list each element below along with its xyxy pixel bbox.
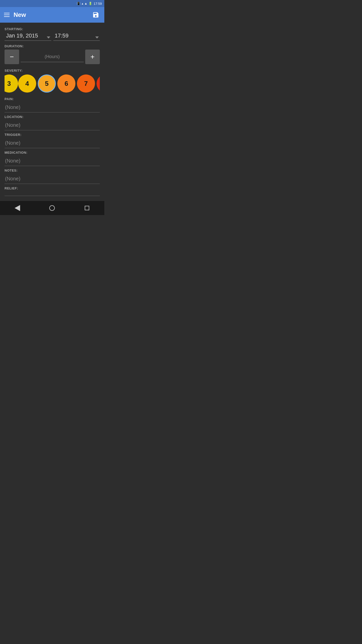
hamburger-line-3 xyxy=(4,16,10,17)
signal-icon: ▲ xyxy=(84,2,87,5)
duration-placeholder: (Hours) xyxy=(21,52,84,62)
notes-field[interactable]: (None) xyxy=(5,174,100,184)
relief-field-section: RELIEF: xyxy=(5,186,100,196)
starting-row: Jan 19, 2015 17:59 xyxy=(5,32,100,41)
duration-input[interactable]: (Hours) xyxy=(21,52,84,62)
app-bar: New xyxy=(0,7,104,23)
duration-decrement-button[interactable]: − xyxy=(5,50,19,64)
medication-field[interactable]: (None) xyxy=(5,156,100,166)
pain-field[interactable]: (None) xyxy=(5,102,100,112)
trigger-field-label: TRIGGER: xyxy=(5,133,100,137)
severity-section: SEVERITY: 3456789 xyxy=(5,69,100,93)
pain-field-section: PAIN:(None) xyxy=(5,97,100,112)
severity-circle-8[interactable]: 8 xyxy=(97,74,100,93)
date-field[interactable]: Jan 19, 2015 xyxy=(5,32,51,41)
severity-circle-3[interactable]: 3 xyxy=(5,74,18,93)
content-area: STARTING: Jan 19, 2015 17:59 DURATION: −… xyxy=(0,23,104,196)
back-icon xyxy=(15,205,20,211)
starting-label: STARTING: xyxy=(5,27,100,31)
menu-button[interactable] xyxy=(4,13,10,17)
date-arrow-icon xyxy=(47,36,50,38)
status-bar: 📳 ▴ ▲ 🔋 17:59 xyxy=(0,0,104,7)
form-fields: PAIN:(None)LOCATION:(None)TRIGGER:(None)… xyxy=(5,97,100,196)
trigger-field-section: TRIGGER:(None) xyxy=(5,133,100,148)
notes-field-label: NOTES: xyxy=(5,169,100,172)
notes-field-section: NOTES:(None) xyxy=(5,169,100,184)
wifi-icon: ▴ xyxy=(82,2,83,5)
date-value: Jan 19, 2015 xyxy=(5,31,38,39)
back-button[interactable] xyxy=(11,202,24,214)
vibrate-icon: 📳 xyxy=(77,2,80,5)
battery-icon: 🔋 xyxy=(88,2,92,5)
medication-field-section: MEDICATION:(None) xyxy=(5,151,100,166)
recent-button[interactable] xyxy=(81,202,93,214)
severity-circle-4[interactable]: 4 xyxy=(18,74,36,93)
time-arrow-icon xyxy=(95,36,99,38)
duration-section: DURATION: − (Hours) + xyxy=(5,44,100,64)
time-field[interactable]: 17:59 xyxy=(53,32,100,41)
severity-row: 3456789 xyxy=(5,74,100,93)
pain-field-label: PAIN: xyxy=(5,97,100,101)
relief-field-label: RELIEF: xyxy=(5,186,100,190)
severity-circle-5[interactable]: 5 xyxy=(38,74,56,93)
recent-icon xyxy=(85,206,89,210)
starting-section: STARTING: Jan 19, 2015 17:59 xyxy=(5,27,100,41)
location-field-label: LOCATION: xyxy=(5,115,100,119)
home-button[interactable] xyxy=(46,202,58,214)
location-field-section: LOCATION:(None) xyxy=(5,115,100,130)
time-value: 17:59 xyxy=(53,31,69,39)
save-button[interactable] xyxy=(91,10,100,19)
relief-field[interactable] xyxy=(5,192,100,196)
medication-field-label: MEDICATION: xyxy=(5,151,100,154)
duration-label: DURATION: xyxy=(5,44,100,48)
trigger-field[interactable]: (None) xyxy=(5,138,100,148)
save-icon xyxy=(92,11,99,18)
hamburger-line-1 xyxy=(4,13,10,13)
hamburger-line-2 xyxy=(4,15,10,15)
duration-row: − (Hours) + xyxy=(5,50,100,64)
page-title: New xyxy=(14,11,26,18)
severity-circle-6[interactable]: 6 xyxy=(57,74,75,93)
severity-label: SEVERITY: xyxy=(5,69,100,72)
home-icon xyxy=(49,205,55,211)
location-field[interactable]: (None) xyxy=(5,120,100,130)
status-time: 17:59 xyxy=(94,2,102,6)
duration-increment-button[interactable]: + xyxy=(85,50,100,64)
status-icons: 📳 ▴ ▲ 🔋 17:59 xyxy=(77,2,102,6)
severity-circle-7[interactable]: 7 xyxy=(77,74,95,93)
nav-bar xyxy=(0,201,104,215)
